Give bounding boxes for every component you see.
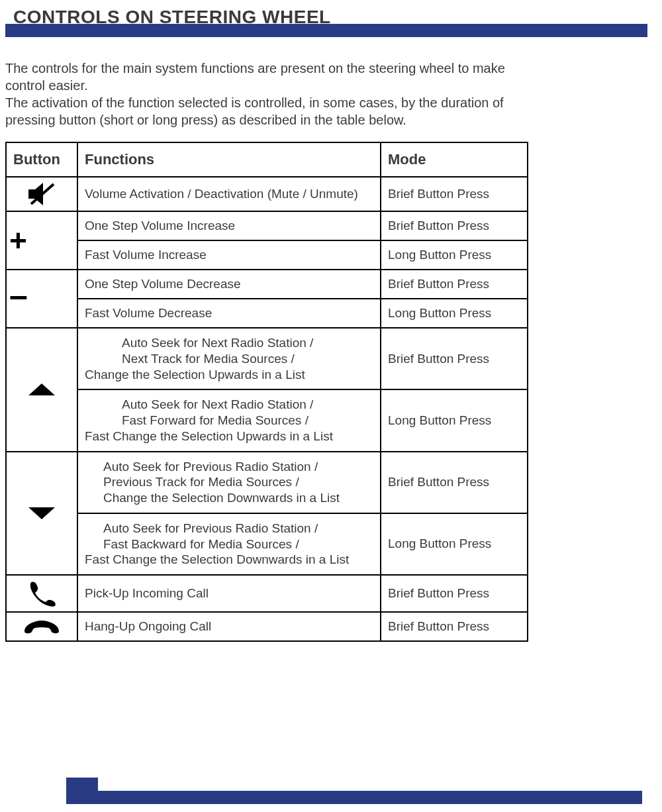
plus-icon: + [6, 211, 77, 270]
hangup-function: Hang-Up Ongoing Call [77, 612, 381, 641]
minus-brief-function: One Step Volume Decrease [77, 270, 381, 299]
up-long-function: Auto Seek for Next Radio Station / Fast … [77, 389, 381, 451]
up-brief-mode: Brief Button Press [381, 328, 528, 389]
controls-table: Button Functions Mode Volume Activation … [5, 142, 528, 642]
table-row: – One Step Volume Decrease Brief Button … [6, 270, 528, 299]
down-arrow-icon [6, 452, 77, 576]
page-title: CONTROLS ON STEERING WHEEL [13, 7, 651, 28]
pickup-function: Pick-Up Incoming Call [77, 575, 381, 612]
table-row: Volume Activation / Deactivation (Mute /… [6, 177, 528, 211]
table-header-row: Button Functions Mode [6, 142, 528, 177]
header-functions: Functions [77, 142, 381, 177]
footer-bar [66, 791, 642, 804]
minus-long-function: Fast Volume Decrease [77, 299, 381, 328]
intro-paragraph-2: The activation of the function selected … [5, 95, 504, 127]
footer-square [66, 778, 98, 804]
mute-icon [6, 177, 77, 211]
table-row: Pick-Up Incoming Call Brief Button Press [6, 575, 528, 612]
plus-long-function: Fast Volume Increase [77, 240, 381, 270]
header-mode: Mode [381, 142, 528, 177]
up-arrow-icon [6, 328, 77, 452]
intro-paragraph-1: The controls for the main system functio… [5, 61, 505, 93]
plus-brief-mode: Brief Button Press [381, 211, 528, 240]
down-long-function: Auto Seek for Previous Radio Station / F… [77, 513, 381, 575]
minus-long-mode: Long Button Press [381, 299, 528, 328]
up-long-mode: Long Button Press [381, 389, 528, 451]
table-row: Auto Seek for Previous Radio Station / F… [6, 513, 528, 575]
header-button: Button [6, 142, 77, 177]
table-row: + One Step Volume Increase Brief Button … [6, 211, 528, 240]
minus-icon: – [6, 270, 77, 328]
table-row: Fast Volume Decrease Long Button Press [6, 299, 528, 328]
plus-long-mode: Long Button Press [381, 240, 528, 270]
phone-pickup-icon [6, 575, 77, 612]
table-row: Auto Seek for Next Radio Station / Next … [6, 328, 528, 389]
minus-brief-mode: Brief Button Press [381, 270, 528, 299]
up-brief-function: Auto Seek for Next Radio Station / Next … [77, 328, 381, 389]
title-section: CONTROLS ON STEERING WHEEL [5, 0, 651, 28]
table-row: Hang-Up Ongoing Call Brief Button Press [6, 612, 528, 641]
table-row: Auto Seek for Next Radio Station / Fast … [6, 389, 528, 451]
plus-brief-function: One Step Volume Increase [77, 211, 381, 240]
mute-function: Volume Activation / Deactivation (Mute /… [77, 177, 381, 211]
table-row: Auto Seek for Previous Radio Station / P… [6, 452, 528, 513]
down-long-mode: Long Button Press [381, 513, 528, 575]
down-brief-function: Auto Seek for Previous Radio Station / P… [77, 452, 381, 513]
down-brief-mode: Brief Button Press [381, 452, 528, 513]
table-row: Fast Volume Increase Long Button Press [6, 240, 528, 270]
hangup-mode: Brief Button Press [381, 612, 528, 641]
phone-hangup-icon [6, 612, 77, 641]
mute-mode: Brief Button Press [381, 177, 528, 211]
pickup-mode: Brief Button Press [381, 575, 528, 612]
intro-text: The controls for the main system functio… [5, 60, 535, 128]
